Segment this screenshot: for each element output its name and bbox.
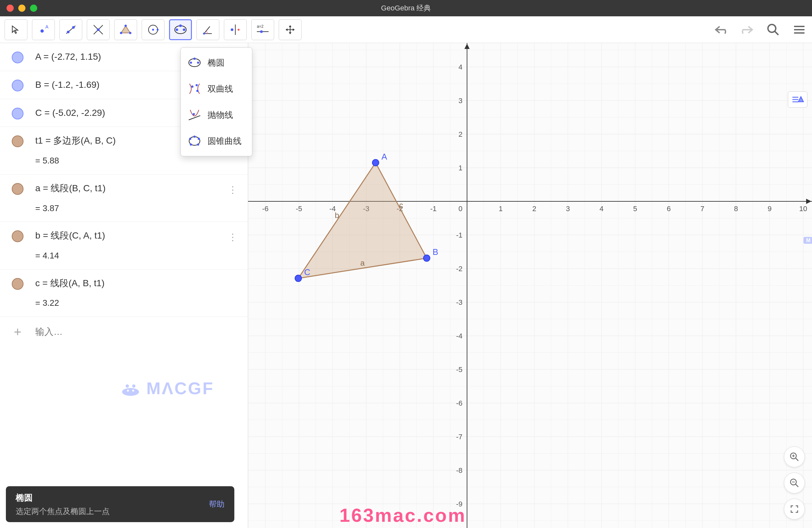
svg-line-170 xyxy=(796,484,798,487)
visibility-bullet[interactable] xyxy=(12,79,24,91)
svg-point-48 xyxy=(122,388,139,396)
add-expression-button[interactable]: + xyxy=(0,325,35,339)
svg-point-46 xyxy=(197,144,199,146)
style-bar-toggle[interactable] xyxy=(788,91,808,108)
svg-point-45 xyxy=(198,138,200,140)
traffic-lights xyxy=(6,4,37,12)
svg-point-52 xyxy=(132,390,134,392)
algebra-row[interactable]: b = 线段(C, A, t1)= 4.14 ⋮ xyxy=(0,222,248,269)
ellipse-icon xyxy=(187,56,202,70)
hyperbola-icon xyxy=(187,82,202,96)
dropdown-item-ellipse[interactable]: 椭圆 xyxy=(181,49,252,76)
svg-marker-124 xyxy=(464,44,470,49)
svg-point-10 xyxy=(129,32,132,34)
tool-polygon[interactable] xyxy=(114,19,137,40)
tool-reflect[interactable] xyxy=(224,19,247,40)
svg-point-43 xyxy=(189,138,192,140)
tooltip-title: 椭圆 xyxy=(16,492,110,503)
algebra-input-row: + xyxy=(0,317,248,347)
svg-text:1: 1 xyxy=(499,205,503,213)
title-bar: GeoGebra 经典 xyxy=(0,0,812,16)
svg-text:-5: -5 xyxy=(456,366,462,373)
visibility-bullet[interactable] xyxy=(12,135,24,147)
svg-line-166 xyxy=(796,458,798,461)
minimize-window-button[interactable] xyxy=(18,4,26,12)
svg-point-3 xyxy=(67,31,70,33)
fullscreen-button[interactable] xyxy=(784,499,805,519)
svg-text:-7: -7 xyxy=(456,433,462,441)
svg-point-21 xyxy=(231,28,233,31)
tool-conic[interactable] xyxy=(169,19,192,40)
tool-move[interactable] xyxy=(4,19,27,40)
conic5-icon xyxy=(187,134,202,148)
svg-text:-9: -9 xyxy=(456,500,462,508)
svg-text:A: A xyxy=(45,24,49,29)
dropdown-item-label: 抛物线 xyxy=(207,109,233,121)
visibility-bullet[interactable] xyxy=(12,108,24,119)
dropdown-item-label: 双曲线 xyxy=(207,83,233,94)
visibility-bullet[interactable] xyxy=(12,52,24,63)
svg-point-49 xyxy=(126,384,129,388)
maximize-window-button[interactable] xyxy=(30,4,37,12)
expression-value: = 3.22 xyxy=(35,296,248,310)
svg-point-11 xyxy=(120,32,122,34)
svg-point-22 xyxy=(237,29,240,31)
search-button[interactable] xyxy=(765,21,781,38)
redo-button[interactable] xyxy=(739,21,755,38)
svg-text:4: 4 xyxy=(599,205,604,213)
toolbar-tools: A a=2 xyxy=(4,19,302,40)
svg-point-17 xyxy=(183,28,185,31)
svg-text:-4: -4 xyxy=(456,332,462,340)
svg-point-28 xyxy=(768,25,776,32)
svg-point-51 xyxy=(127,390,129,392)
zoom-in-button[interactable] xyxy=(784,446,805,467)
dropdown-item-conic5[interactable]: 圆锥曲线 xyxy=(181,128,252,154)
svg-text:-6: -6 xyxy=(262,205,269,213)
svg-point-4 xyxy=(72,26,75,29)
svg-text:a: a xyxy=(360,259,365,267)
svg-text:-8: -8 xyxy=(456,466,462,474)
tool-circle[interactable] xyxy=(142,19,164,40)
dropdown-item-hyperbola[interactable]: 双曲线 xyxy=(181,76,252,102)
svg-text:-3: -3 xyxy=(456,298,462,306)
visibility-bullet[interactable] xyxy=(12,278,24,290)
visibility-bullet[interactable] xyxy=(12,230,24,242)
menu-button[interactable] xyxy=(791,21,808,38)
svg-text:6: 6 xyxy=(667,205,671,213)
svg-point-14 xyxy=(157,29,159,31)
tool-slider[interactable]: a=2 xyxy=(251,19,274,40)
tooltip-help-link[interactable]: 帮助 xyxy=(209,499,224,509)
tool-point[interactable]: A xyxy=(32,19,55,40)
undo-button[interactable] xyxy=(713,21,729,38)
more-options-button[interactable]: ⋮ xyxy=(228,185,238,195)
svg-point-9 xyxy=(125,25,127,27)
dropdown-item-label: 椭圆 xyxy=(207,57,224,69)
svg-text:-1: -1 xyxy=(430,205,437,213)
parabola-icon xyxy=(187,108,202,122)
svg-point-41 xyxy=(193,113,195,116)
tool-angle[interactable] xyxy=(197,19,219,40)
svg-text:1: 1 xyxy=(459,164,462,172)
zoom-out-button[interactable] xyxy=(784,472,805,494)
tool-move-view[interactable] xyxy=(279,19,302,40)
expression-text: b = 线段(C, A, t1) xyxy=(35,229,248,243)
graphics-view[interactable]: -6-5-4-3-2-112345678910-9-8-7-6-5-4-3-2-… xyxy=(248,43,812,528)
svg-point-44 xyxy=(193,136,196,138)
algebra-row[interactable]: a = 线段(B, C, t1)= 3.87 ⋮ xyxy=(0,175,248,222)
visibility-bullet[interactable] xyxy=(12,183,24,195)
more-options-button[interactable]: ⋮ xyxy=(228,232,238,243)
algebra-input[interactable] xyxy=(35,327,248,337)
svg-marker-164 xyxy=(798,97,803,102)
expression-value: = 4.14 xyxy=(35,249,248,263)
close-window-button[interactable] xyxy=(6,4,14,12)
dropdown-item-parabola[interactable]: 抛物线 xyxy=(181,102,252,128)
svg-point-18 xyxy=(179,25,182,27)
tool-line[interactable] xyxy=(59,19,82,40)
svg-text:4: 4 xyxy=(459,63,462,71)
svg-text:c: c xyxy=(399,201,403,209)
tool-perpendicular[interactable] xyxy=(87,19,110,40)
expression-value: = 3.87 xyxy=(35,202,248,215)
svg-marker-122 xyxy=(806,199,811,204)
svg-point-0 xyxy=(41,29,44,33)
algebra-row[interactable]: c = 线段(A, B, t1)= 3.22 xyxy=(0,269,248,317)
